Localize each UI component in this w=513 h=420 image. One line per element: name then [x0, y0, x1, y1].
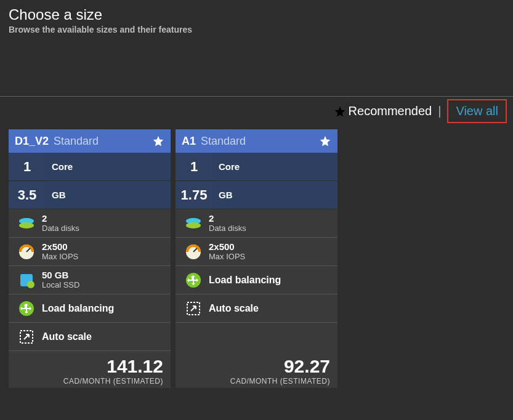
page-title: Choose a size: [9, 6, 504, 23]
card-footer: 92.27 CAD/MONTH (ESTIMATED): [176, 351, 337, 388]
disks-label: Data disks: [209, 224, 335, 233]
star-icon: [334, 105, 346, 118]
star-icon: [152, 135, 164, 147]
autoscale-label: Auto scale: [209, 303, 335, 314]
disks-label: Data disks: [42, 224, 168, 233]
price-value: 141.12: [16, 356, 163, 377]
svg-point-5: [27, 281, 34, 288]
ram-label: GB: [46, 181, 171, 209]
iops-label: Max IOPS: [42, 252, 168, 261]
loadbalancing-icon: [178, 272, 209, 289]
card-tier: Standard: [201, 135, 246, 148]
autoscale-row: Auto scale: [176, 294, 337, 323]
autoscale-icon: [178, 300, 209, 317]
price-value: 92.27: [183, 356, 330, 377]
svg-point-1: [19, 222, 34, 228]
disks-value: 2: [42, 214, 168, 224]
iops-row: 2x500 Max IOPS: [176, 238, 337, 266]
size-card-d1v2[interactable]: D1_V2 Standard 1 Core 3.5 GB 2 Data disk…: [9, 129, 171, 388]
ram-row: 3.5 GB: [9, 181, 171, 209]
autoscale-row: Auto scale: [9, 323, 171, 351]
cores-value: 1: [176, 153, 212, 180]
disks-row: 2 Data disks: [9, 209, 171, 238]
iops-label: Max IOPS: [209, 252, 335, 261]
loadbalancing-icon: [11, 300, 42, 317]
ssd-value: 50 GB: [42, 270, 168, 281]
autoscale-label: Auto scale: [42, 331, 168, 342]
gauge-icon: [11, 243, 42, 260]
gauge-icon: [178, 243, 209, 260]
disk-icon: [11, 217, 42, 230]
iops-row: 2x500 Max IOPS: [9, 238, 171, 266]
disk-icon: [178, 217, 209, 230]
ssd-label: Local SSD: [42, 281, 168, 289]
filter-separator: |: [438, 104, 441, 118]
view-all-link[interactable]: View all: [447, 99, 507, 123]
ram-label: GB: [212, 181, 337, 209]
autoscale-icon: [11, 328, 42, 345]
size-card-a1[interactable]: A1 Standard 1 Core 1.75 GB 2 Data disks: [176, 129, 337, 388]
recommended-filter[interactable]: Recommended: [334, 104, 432, 118]
card-header: D1_V2 Standard: [9, 129, 171, 153]
disks-value: 2: [209, 214, 335, 224]
filter-row: Recommended | View all: [0, 97, 513, 123]
ram-value: 1.75: [176, 181, 212, 209]
card-footer: 141.12 CAD/MONTH (ESTIMATED): [9, 351, 171, 388]
iops-value: 2x500: [209, 242, 335, 252]
card-sku: D1_V2: [15, 135, 49, 148]
price-unit: CAD/MONTH (ESTIMATED): [183, 377, 330, 386]
card-header: A1 Standard: [176, 129, 337, 153]
loadbalancing-label: Load balancing: [42, 303, 168, 314]
disks-row: 2 Data disks: [176, 209, 337, 238]
ssd-icon: [11, 272, 42, 288]
loadbalancing-label: Load balancing: [209, 275, 335, 286]
page-subtitle: Browse the available sizes and their fea…: [9, 25, 504, 34]
price-unit: CAD/MONTH (ESTIMATED): [16, 377, 163, 386]
svg-point-9: [186, 222, 201, 228]
ssd-row: 50 GB Local SSD: [9, 266, 171, 294]
cores-label: Core: [212, 153, 337, 180]
loadbalancing-row: Load balancing: [176, 266, 337, 294]
star-icon: [319, 135, 331, 147]
cores-label: Core: [46, 153, 171, 180]
cores-row: 1 Core: [176, 153, 337, 181]
card-sku: A1: [182, 135, 196, 148]
cards-container: D1_V2 Standard 1 Core 3.5 GB 2 Data disk…: [0, 123, 513, 394]
loadbalancing-row: Load balancing: [9, 294, 171, 323]
cores-value: 1: [9, 153, 46, 180]
iops-value: 2x500: [42, 242, 168, 252]
ram-value: 3.5: [9, 181, 46, 209]
recommended-label: Recommended: [349, 104, 432, 118]
card-tier: Standard: [54, 135, 99, 148]
cores-row: 1 Core: [9, 153, 171, 181]
ram-row: 1.75 GB: [176, 181, 337, 209]
